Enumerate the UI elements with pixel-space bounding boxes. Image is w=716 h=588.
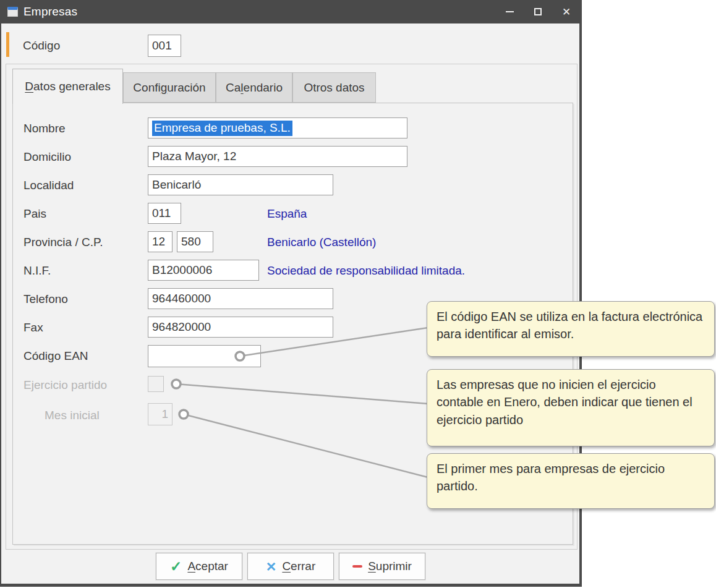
x-icon: ✕ <box>266 560 277 573</box>
pais-input[interactable]: 011 <box>148 203 181 224</box>
nif-info: Sociedad de responsabilidad limitada. <box>267 264 465 278</box>
minimize-icon <box>506 11 514 12</box>
nombre-label: Nombre <box>23 122 66 135</box>
mes-inicial-input[interactable]: 1 <box>148 403 173 425</box>
nif-label: N.I.F. <box>23 264 51 278</box>
domicilio-label: Domicilio <box>23 150 71 164</box>
codigo-input[interactable]: 001 <box>148 35 181 57</box>
ejercicio-partido-checkbox[interactable] <box>148 376 164 392</box>
callout-codigo-ean: El código EAN se utiliza en la factura e… <box>427 301 715 357</box>
tab-datos-generales[interactable]: Datos generales <box>12 69 123 104</box>
localidad-input[interactable]: Benicarló <box>148 174 333 195</box>
codigo-ean-input[interactable] <box>148 345 261 367</box>
window-title: Empresas <box>23 5 77 19</box>
cp-input[interactable]: 580 <box>177 231 213 252</box>
close-icon: ✕ <box>562 7 571 17</box>
nif-input[interactable]: B12000006 <box>148 260 259 281</box>
provincia-label: Provincia / C.P. <box>23 236 103 249</box>
button-row: ✓ Aceptar ✕ Cerrar Suprimir <box>156 553 425 580</box>
tab-otros-datos[interactable]: Otros datos <box>292 72 376 103</box>
fax-label: Fax <box>23 321 43 334</box>
accent-bar <box>6 32 9 57</box>
mes-inicial-label: Mes inicial <box>45 409 100 422</box>
check-icon: ✓ <box>170 560 182 574</box>
maximize-button[interactable] <box>524 0 552 23</box>
titlebar-controls: ✕ <box>495 0 581 23</box>
codigo-label: Código <box>23 39 60 53</box>
pais-info: España <box>267 207 307 221</box>
aceptar-button[interactable]: ✓ Aceptar <box>156 553 242 580</box>
selected-value: Empresa de pruebas, S.L. <box>152 121 292 136</box>
provincia-info: Benicarlo (Castellón) <box>267 236 376 249</box>
telefono-label: Telefono <box>23 292 68 306</box>
fax-input[interactable]: 964820000 <box>148 317 333 338</box>
minus-icon <box>352 565 362 568</box>
callout-ejercicio-partido: Las empresas que no inicien el ejercicio… <box>427 369 715 446</box>
localidad-label: Localidad <box>23 179 74 192</box>
titlebar: Empresas ✕ <box>0 0 581 23</box>
maximize-icon <box>534 8 542 15</box>
domicilio-input[interactable]: Plaza Mayor, 12 <box>148 146 407 167</box>
tab-configuracion[interactable]: Configuración <box>123 72 216 103</box>
callout-mes-inicial: El primer mes para empresas de ejercicio… <box>427 453 715 509</box>
suprimir-button[interactable]: Suprimir <box>339 553 425 580</box>
minimize-button[interactable] <box>495 0 524 23</box>
pais-label: Pais <box>23 207 46 221</box>
codigo-ean-label: Código EAN <box>23 349 88 363</box>
tab-calendario[interactable]: Calendario <box>216 72 292 103</box>
telefono-input[interactable]: 964460000 <box>148 288 333 309</box>
cerrar-button[interactable]: ✕ Cerrar <box>247 553 334 580</box>
app-window-icon <box>7 7 18 17</box>
close-button[interactable]: ✕ <box>552 0 581 23</box>
provincia-input[interactable]: 12 <box>148 231 173 252</box>
nombre-input[interactable]: Empresa de pruebas, S.L. <box>148 117 407 138</box>
ejercicio-partido-label: Ejercicio partido <box>23 378 107 392</box>
